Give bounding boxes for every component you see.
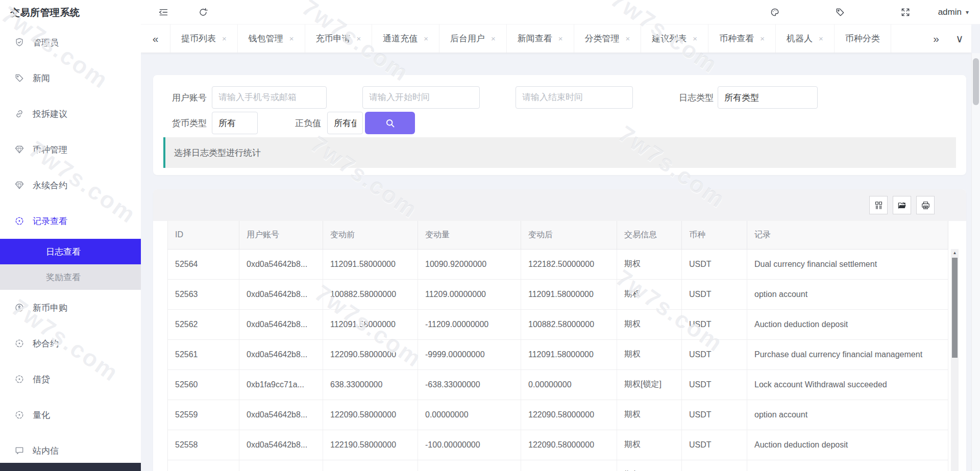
tab-close-icon[interactable]: × [819,34,823,43]
tab[interactable]: 后台用户 × [439,24,507,53]
tag-button[interactable] [833,5,847,19]
export-button[interactable] [893,196,911,214]
cell: USDT [682,369,747,400]
sidebar-item-admin[interactable]: 管理员 [0,24,141,60]
sidebar-item-records[interactable]: 记录查看 [0,203,141,239]
sidebar-item-new-coin[interactable]: 新币申购 [0,290,141,326]
table-row: 525570xd0a54642b8...122075.58000000115.0… [168,460,948,471]
search-icon [385,118,396,129]
sidebar-item-icon [14,144,24,155]
log-table: ID用户账号变动前变动量变动后交易信息币种记录 525640xd0a54642b… [167,221,948,471]
sidebar-item-label: 新闻 [33,72,50,84]
columns-grid-icon [874,201,884,210]
sidebar-item-label: 管理员 [33,37,59,48]
tab[interactable]: 分类管理 × [574,24,642,53]
account-input[interactable] [212,86,327,109]
cell: -100.00000000 [418,430,521,460]
tab[interactable]: 新闻查看 × [507,24,574,53]
sidebar: 交易所管理系统 管理员 新闻 投拆建议 币种管理 永续合约 记录查看 日志查看 … [0,0,141,471]
cell: 52561 [168,339,239,369]
sidebar-item-reward-view[interactable]: 奖励查看 [0,264,141,290]
refresh-button[interactable] [196,5,210,19]
tabs-scroll-right-button[interactable]: » [924,24,948,53]
cell: Auction deduction deposit [747,309,948,339]
table-toolbar [153,189,966,221]
sidebar-item-coin-manage[interactable]: 币种管理 [0,132,141,167]
cell: 638.33000000 [323,369,418,400]
cell: option account [747,460,948,471]
sidebar-item-lending[interactable]: 借贷 [0,361,141,397]
sidebar-item-perpetual[interactable]: 永续合约 [0,167,141,203]
sidebar-item-quant[interactable]: 量化 [0,397,141,433]
sidebar-footer [0,463,141,471]
tab-close-icon[interactable]: × [558,34,563,43]
tab[interactable]: 通道充值 × [372,24,439,53]
app-root: 交易所管理系统 管理员 新闻 投拆建议 币种管理 永续合约 记录查看 日志查看 … [0,0,980,471]
collapse-menu-icon [158,7,168,17]
tab-close-icon[interactable]: × [289,34,294,43]
tabs-scroll-left-button[interactable]: « [141,24,170,53]
tab-close-icon[interactable]: × [693,34,697,43]
fullscreen-button[interactable] [898,5,913,19]
sidebar-item-icon [14,37,24,47]
scroll-up-arrow-icon[interactable]: ▲ [951,249,959,257]
sidebar-item-news[interactable]: 新闻 [0,60,141,96]
end-time-input[interactable] [516,86,633,109]
info-alert-text: 选择日志类型进行统计 [174,147,261,159]
theme-button[interactable] [768,5,782,19]
tab[interactable]: 币种查看 × [708,24,776,53]
filter-row-1: 用户账号 日志类型 [163,86,956,109]
cell: 122090.58000000 [521,430,617,460]
page-scrollbar[interactable] [971,53,980,471]
tab-close-icon[interactable]: × [222,34,227,43]
collapse-sidebar-button[interactable] [156,5,170,19]
table-row: 525640xd0a54642b8...112091.5800000010090… [168,249,948,279]
user-menu[interactable]: admin ▾ [938,7,969,17]
tabs-dropdown-button[interactable]: ∨ [948,24,971,53]
tab[interactable]: 建议列表 × [641,24,708,53]
tab-label: 新闻查看 [518,33,552,44]
tab-close-icon[interactable]: × [626,34,630,43]
cell: 52563 [168,279,239,309]
table-scrollbar[interactable]: ▲ [951,249,959,471]
cell: 0xd0a54642b8... [239,249,323,279]
tab-close-icon[interactable]: × [424,34,428,43]
sidebar-item-second-contract[interactable]: 秒合约 [0,326,141,361]
tab[interactable]: 充币申请 × [305,24,373,53]
cell: 52564 [168,249,239,279]
columns-button[interactable] [869,196,888,214]
tab[interactable]: 币种分类 [835,24,891,53]
tab-close-icon[interactable]: × [491,34,496,43]
sidebar-item-suggestions[interactable]: 投拆建议 [0,96,141,132]
start-time-input[interactable] [362,86,480,109]
tabs-right-controls: » ∨ [924,24,971,53]
cell: 112091.58000000 [323,249,418,279]
cell: 122190.58000000 [323,430,418,460]
print-button[interactable] [916,196,935,214]
cell: 0xb1fa9cc71a... [239,369,323,400]
sidebar-item-label: 记录查看 [33,215,67,227]
sign-select[interactable] [327,112,363,134]
table-row: 525630xd0a54642b8...100882.5800000011209… [168,279,948,309]
currency-type-select[interactable] [212,112,258,134]
cell: Lock account Withdrawal succeeded [747,369,948,400]
currency-type-label: 货币类型 [163,117,207,129]
page-scrollbar-thumb[interactable] [973,58,979,105]
tab-label: 提币列表 [181,33,216,44]
username: admin [938,7,962,17]
sign-label: 正负值 [292,117,321,129]
tab[interactable]: 提币列表 × [170,24,238,53]
sidebar-item-log-view[interactable]: 日志查看 [0,239,141,264]
cell: 10090.92000000 [418,249,521,279]
tab-close-icon[interactable]: × [357,34,361,43]
cell: USDT [682,279,747,309]
sidebar-item-icon [14,216,24,226]
table-scrollbar-thumb[interactable] [952,258,958,358]
tab-close-icon[interactable]: × [760,34,765,43]
tab[interactable]: 钱包管理 × [238,24,305,53]
cell: -638.33000000 [418,369,521,400]
search-button[interactable] [365,112,415,134]
sidebar-item-icon [14,73,24,83]
log-type-select[interactable] [718,86,818,109]
tab[interactable]: 机器人 × [776,24,835,53]
